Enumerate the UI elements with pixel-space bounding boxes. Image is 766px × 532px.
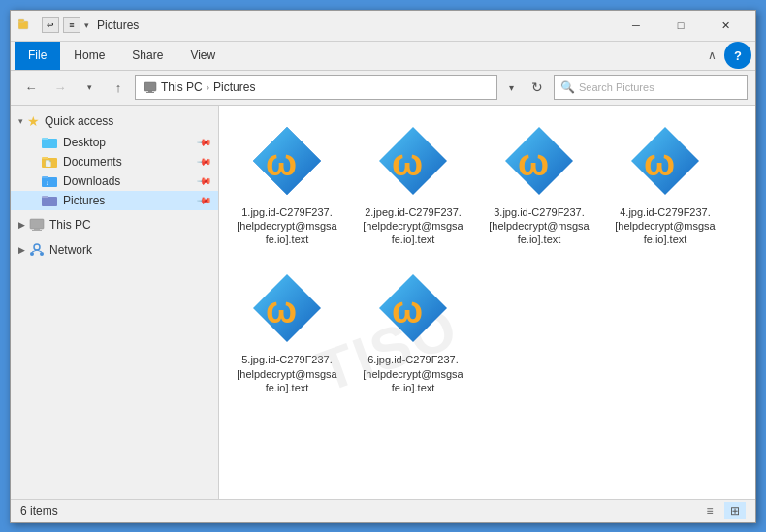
svg-rect-14 <box>42 197 57 206</box>
quick-access-label: Quick access <box>45 114 113 128</box>
file-area: TISO <box>219 106 755 499</box>
search-placeholder: Search Pictures <box>579 81 654 93</box>
tab-view[interactable]: View <box>176 42 229 70</box>
address-bar: ← → ▾ ↑ This PC › Pictures ▾ ↻ 🔍 Search … <box>11 71 755 106</box>
network-label: Network <box>49 243 92 257</box>
svg-point-20 <box>30 252 34 256</box>
desktop-label: Desktop <box>63 136 106 149</box>
downloads-label: Downloads <box>63 174 120 188</box>
svg-rect-9 <box>42 157 48 159</box>
list-item[interactable]: ω 3.jpg.id-C279F237.[helpdecrypt@msgsafe… <box>481 115 597 254</box>
file-thumbnail-1: ω <box>248 122 326 200</box>
file-thumbnail-6: ω <box>374 269 452 347</box>
sidebar-item-desktop[interactable]: Desktop 📌 <box>11 133 218 152</box>
forward-button[interactable]: → <box>48 75 73 100</box>
svg-rect-16 <box>30 219 44 229</box>
svg-rect-11 <box>42 177 57 187</box>
svg-line-22 <box>32 250 37 252</box>
tab-share[interactable]: Share <box>118 42 176 70</box>
back-button[interactable]: ← <box>18 75 44 100</box>
this-pc-arrow: ▶ <box>18 220 25 230</box>
explorer-window: ↩ ≡ ▾ Pictures ─ □ ✕ File Home Share Vie… <box>10 10 756 523</box>
svg-text:ω: ω <box>392 290 423 330</box>
list-item[interactable]: ω 4.jpg.id-C279F237.[helpdecrypt@msgsafe… <box>607 115 723 254</box>
file-name-3: 3.jpg.id-C279F237.[helpdecrypt@msgsafe.i… <box>488 205 590 247</box>
sidebar-quick-access-header[interactable]: ▾ ★ Quick access <box>11 110 218 133</box>
svg-rect-7 <box>42 138 48 140</box>
large-icons-view-button[interactable]: ⊞ <box>724 502 746 519</box>
list-item[interactable]: ω 1.jpg.id-C279F237.[helpdecrypt@msgsafe… <box>229 115 345 254</box>
svg-text:ω: ω <box>266 290 297 330</box>
pc-icon <box>144 81 157 93</box>
svg-text:ω: ω <box>518 142 549 183</box>
list-item[interactable]: ω 5.jpg.id-C279F237.[helpdecrypt@msgsafe… <box>229 263 345 401</box>
tab-home[interactable]: Home <box>60 42 118 70</box>
quick-access-arrow: ▾ <box>18 116 23 126</box>
documents-label: Documents <box>63 155 122 169</box>
file-name-4: 4.jpg.id-C279F237.[helpdecrypt@msgsafe.i… <box>614 205 717 247</box>
pictures-pin-icon: 📌 <box>197 192 212 207</box>
item-count: 6 items <box>20 504 58 517</box>
list-item[interactable]: ω 6.jpg.id-C279F237.[helpdecrypt@msgsafe… <box>355 263 471 401</box>
desktop-pin-icon: 📌 <box>197 134 212 149</box>
list-item[interactable]: ω 2.jpeg.id-C279F237.[helpdecrypt@msgsaf… <box>355 115 471 254</box>
properties-icon[interactable]: ≡ <box>63 17 80 33</box>
window-controls: ─ □ ✕ <box>614 10 748 41</box>
sidebar-network-header[interactable]: ▶ Network <box>11 239 218 261</box>
list-view-button[interactable]: ≡ <box>699 502 720 519</box>
svg-rect-12 <box>42 176 48 178</box>
file-thumbnail-5: ω <box>248 269 326 347</box>
refresh-button[interactable]: ↻ <box>525 75 550 100</box>
svg-text:📄: 📄 <box>45 160 52 168</box>
network-icon <box>29 243 45 257</box>
search-box[interactable]: 🔍 Search Pictures <box>554 75 748 100</box>
dropdown-arrow[interactable]: ▾ <box>84 20 89 30</box>
expand-icon: ∧ <box>708 48 717 62</box>
documents-folder-icon: 📄 <box>42 155 57 168</box>
svg-rect-15 <box>42 196 48 198</box>
this-pc-label: This PC <box>49 218 91 232</box>
svg-text:ω: ω <box>644 142 675 183</box>
minimize-button[interactable]: ─ <box>614 10 658 41</box>
ribbon-tabs: File Home Share View ∧ ? <box>11 42 755 71</box>
sidebar-item-pictures[interactable]: Pictures 📌 <box>11 191 218 210</box>
ribbon-expand[interactable]: ∧ <box>700 45 724 66</box>
title-bar: ↩ ≡ ▾ Pictures ─ □ ✕ <box>11 11 755 42</box>
sidebar-item-documents[interactable]: 📄 Documents 📌 <box>11 152 218 172</box>
help-button[interactable]: ? <box>724 42 751 69</box>
svg-rect-2 <box>144 82 156 91</box>
sidebar: ▾ ★ Quick access Desktop 📌 📄 <box>11 106 219 499</box>
sidebar-item-downloads[interactable]: ↓ Downloads 📌 <box>11 172 218 191</box>
svg-point-19 <box>34 244 40 250</box>
sidebar-this-pc-header[interactable]: ▶ This PC <box>11 214 218 235</box>
downloads-folder-icon: ↓ <box>42 174 57 187</box>
path-pictures[interactable]: Pictures <box>213 80 255 94</box>
files-grid: ω 1.jpg.id-C279F237.[helpdecrypt@msgsafe… <box>229 115 746 402</box>
maximize-button[interactable]: □ <box>658 10 703 41</box>
svg-text:ω: ω <box>392 142 423 183</box>
svg-text:ω: ω <box>266 142 297 183</box>
pictures-label: Pictures <box>63 194 105 207</box>
pictures-folder-icon <box>42 194 57 206</box>
undo-icon[interactable]: ↩ <box>42 17 59 33</box>
documents-pin-icon: 📌 <box>197 153 212 169</box>
close-button[interactable]: ✕ <box>703 10 748 41</box>
file-thumbnail-2: ω <box>374 122 452 200</box>
downloads-pin-icon: 📌 <box>197 172 212 188</box>
file-name-6: 6.jpg.id-C279F237.[helpdecrypt@msgsafe.i… <box>362 353 464 394</box>
file-name-1: 1.jpg.id-C279F237.[helpdecrypt@msgsafe.i… <box>236 205 338 247</box>
desktop-folder-icon <box>42 136 57 148</box>
network-arrow: ▶ <box>18 245 25 255</box>
recent-locations-button[interactable]: ▾ <box>77 75 102 100</box>
this-pc-icon <box>29 218 45 232</box>
up-button[interactable]: ↑ <box>106 75 131 100</box>
view-controls: ≡ ⊞ <box>699 502 746 519</box>
address-dropdown-button[interactable]: ▾ <box>501 75 521 100</box>
address-path[interactable]: This PC › Pictures <box>135 75 497 100</box>
tab-file[interactable]: File <box>15 42 60 70</box>
quick-access-icon <box>18 18 34 32</box>
file-name-2: 2.jpeg.id-C279F237.[helpdecrypt@msgsafe.… <box>362 205 464 247</box>
svg-line-23 <box>37 250 42 252</box>
status-bar: 6 items ≡ ⊞ <box>11 499 755 522</box>
path-this-pc[interactable]: This PC <box>161 80 203 94</box>
